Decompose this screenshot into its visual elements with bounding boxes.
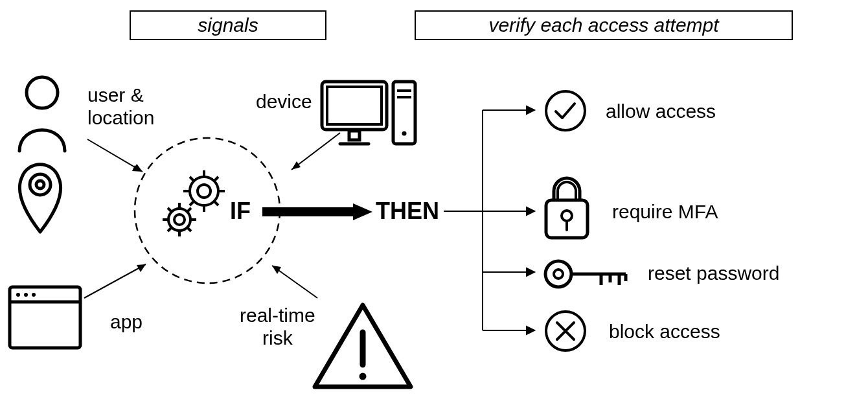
svg-line-8 xyxy=(190,177,194,181)
svg-line-10 xyxy=(190,201,194,205)
svg-marker-56 xyxy=(527,207,534,215)
svg-line-44 xyxy=(84,264,146,298)
gears-icon xyxy=(159,165,230,243)
svg-point-63 xyxy=(562,211,572,221)
keyword-then: THEN xyxy=(376,198,439,225)
svg-line-17 xyxy=(187,208,191,212)
label-app: app xyxy=(110,311,143,334)
header-signals: signals xyxy=(130,10,326,40)
svg-point-43 xyxy=(32,293,36,297)
diagram-stage: signals verify each access attempt xyxy=(0,0,868,401)
outcome-branch-lines xyxy=(444,97,554,343)
keyword-if: IF xyxy=(230,198,251,225)
lock-icon xyxy=(541,172,593,243)
if-then-arrow xyxy=(262,202,372,222)
label-risk: real-time risk xyxy=(240,304,315,349)
check-circle-icon xyxy=(544,89,587,132)
svg-line-19 xyxy=(187,227,191,231)
label-reset: reset password xyxy=(648,262,779,285)
svg-marker-54 xyxy=(527,106,534,114)
header-verify: verify each access attempt xyxy=(415,10,793,40)
svg-point-1 xyxy=(198,185,211,198)
label-user-location: user & location xyxy=(87,84,154,129)
svg-line-7 xyxy=(214,177,218,181)
svg-point-48 xyxy=(360,373,367,380)
svg-marker-60 xyxy=(527,327,534,334)
svg-point-36 xyxy=(402,132,407,136)
svg-point-23 xyxy=(27,77,58,108)
svg-rect-29 xyxy=(322,82,387,130)
svg-marker-50 xyxy=(272,266,281,274)
svg-point-11 xyxy=(174,214,185,225)
svg-point-66 xyxy=(554,269,563,279)
app-window-icon xyxy=(8,285,82,350)
svg-rect-31 xyxy=(349,131,360,140)
label-block: block access xyxy=(609,321,720,343)
svg-marker-38 xyxy=(291,161,301,170)
arrow-risk-to-engine xyxy=(262,259,327,304)
svg-line-18 xyxy=(168,208,172,212)
location-pin-icon xyxy=(14,161,66,235)
svg-marker-58 xyxy=(527,268,534,276)
svg-line-37 xyxy=(291,133,340,170)
svg-rect-62 xyxy=(546,200,588,238)
svg-point-41 xyxy=(16,293,20,297)
arrow-user-to-engine xyxy=(84,136,155,181)
x-circle-icon xyxy=(544,310,587,352)
svg-point-42 xyxy=(24,293,28,297)
svg-point-12 xyxy=(168,209,190,231)
svg-line-9 xyxy=(214,201,218,205)
svg-rect-39 xyxy=(10,287,80,348)
svg-point-24 xyxy=(30,174,51,195)
label-mfa: require MFA xyxy=(612,201,718,223)
warning-icon xyxy=(311,301,415,392)
svg-point-61 xyxy=(546,91,585,130)
arrow-app-to-engine xyxy=(81,259,159,304)
svg-rect-30 xyxy=(327,87,382,124)
label-allow: allow access xyxy=(606,100,716,123)
svg-point-65 xyxy=(545,261,571,287)
label-device: device xyxy=(256,91,312,113)
arrow-device-to-engine xyxy=(279,130,350,181)
svg-point-25 xyxy=(36,181,44,189)
svg-marker-22 xyxy=(353,203,372,220)
user-icon xyxy=(13,74,71,152)
svg-line-20 xyxy=(168,227,172,231)
key-icon xyxy=(543,258,634,290)
